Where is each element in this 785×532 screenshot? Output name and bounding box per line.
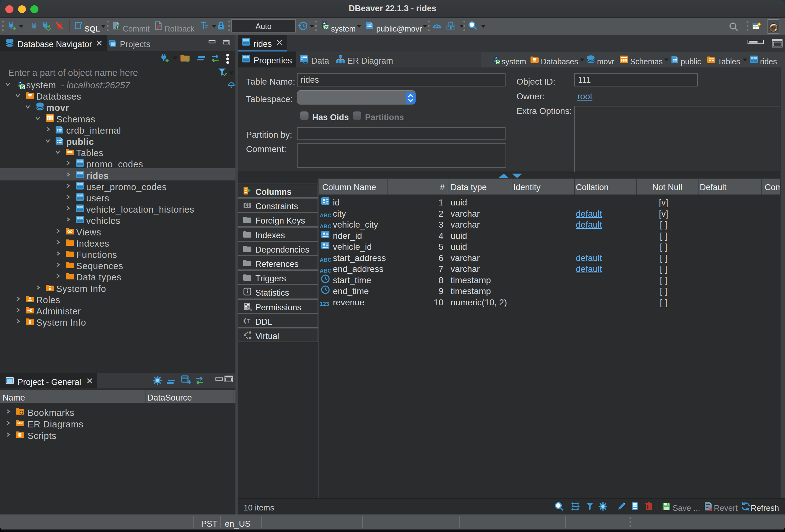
svg-text:T: T — [247, 318, 250, 324]
